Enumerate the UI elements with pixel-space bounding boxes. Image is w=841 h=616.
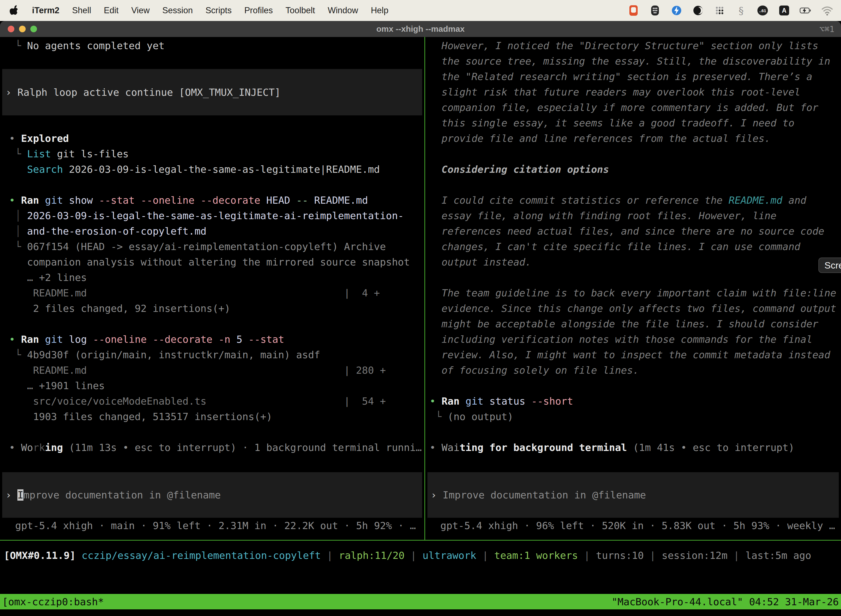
- terminal-line: changes, I can't cite specific file line…: [429, 239, 841, 254]
- terminal-line: of focusing solely on file lines.: [429, 363, 841, 378]
- left-pane[interactable]: › Ralph loop active continue [OMX_TMUX_I…: [0, 37, 424, 540]
- crescent-icon[interactable]: [692, 4, 705, 17]
- right-prompt-box[interactable]: › Improve documentation in @filename: [428, 472, 839, 518]
- menu-item-session[interactable]: Session: [162, 6, 193, 15]
- menu-item-view[interactable]: View: [131, 6, 150, 15]
- menu-item-profiles[interactable]: Profiles: [244, 6, 273, 15]
- badge-61-icon[interactable]: ..61: [756, 4, 769, 17]
- terminal-line: README.md | 280 +: [9, 363, 424, 378]
- terminal-line: • Ran git show --stat --oneline --decora…: [9, 193, 424, 208]
- terminal-line: companion file, especially if more comme…: [429, 100, 841, 115]
- badge-61-label: ..61: [757, 6, 768, 15]
- left-prompt-box[interactable]: › Improve documentation in @filename: [2, 472, 422, 518]
- terminal-line: [429, 177, 841, 193]
- terminal-line: └ List git ls-files: [9, 146, 424, 162]
- terminal-line: references need actual files, and since …: [429, 224, 841, 239]
- apple-menu[interactable]: [8, 4, 19, 16]
- terminal-line: • Explored: [9, 131, 424, 146]
- terminal-line: • Waiting for background terminal (1m 41…: [429, 440, 841, 455]
- apple-icon: [8, 4, 19, 16]
- terminal-line: [9, 177, 424, 193]
- terminal-line: └ (no output): [429, 409, 841, 424]
- terminal-line: └ 4b9d30f (origin/main, instructkr/main,…: [9, 347, 424, 363]
- menu-item-help[interactable]: Help: [371, 6, 388, 15]
- window-title: omx --xhigh --madmax: [0, 24, 841, 34]
- terminal-line: [9, 100, 424, 115]
- dots-grid-icon[interactable]: [713, 4, 726, 17]
- terminal-line: including verification notes with those …: [429, 332, 841, 347]
- keyboard-layout-icon[interactable]: A: [778, 4, 791, 17]
- terminal-line: [9, 316, 424, 332]
- terminal-line: └ 067f154 (HEAD -> essay/ai-reimplementa…: [9, 239, 424, 254]
- tmux-session-label[interactable]: [omx-cczip0:bash*: [0, 596, 104, 607]
- terminal-line: … +2 lines: [9, 270, 424, 285]
- terminal-line: [OMX#0.11.9] cczip/essay/ai-reimplementa…: [4, 548, 811, 563]
- terminal-line: [429, 378, 841, 393]
- terminal-line: [429, 424, 841, 440]
- text-cursor: I: [18, 489, 23, 501]
- menu-bar-status-icons: § ..61 A: [627, 4, 841, 17]
- terminal-area[interactable]: › Ralph loop active continue [OMX_TMUX_I…: [0, 37, 841, 609]
- menu-item-scripts[interactable]: Scripts: [205, 6, 232, 15]
- terminal-line: I could cite commit statistics or refere…: [429, 193, 841, 208]
- terminal-line: companion analysis without altering the …: [9, 254, 424, 270]
- right-model-status: gpt-5.4 xhigh · 96% left · 520K in · 5.8…: [440, 518, 835, 534]
- right-prompt-text: Improve documentation in @filename: [442, 489, 646, 501]
- terminal-line: Search 2026-03-09-is-legal-the-same-as-l…: [9, 162, 424, 177]
- screen-share-tooltip: Scre: [818, 258, 841, 273]
- left-pane-lines: └ No agents completed yet • Explored └ L…: [0, 38, 424, 455]
- terminal-line: review. Also, I might want to inspect th…: [429, 347, 841, 363]
- title-bar[interactable]: omx --xhigh --madmax ⌥⌘1: [0, 21, 841, 37]
- menu-item-iterm2[interactable]: iTerm2: [32, 6, 59, 15]
- terminal-line: • Ran git log --oneline --decorate -n 5 …: [9, 332, 424, 347]
- right-pane[interactable]: However, I noticed the "Directory Struct…: [425, 37, 841, 540]
- battery-icon[interactable]: [799, 4, 812, 17]
- terminal-line: [9, 54, 424, 69]
- terminal-line: [429, 270, 841, 285]
- menu-item-shell[interactable]: Shell: [72, 6, 91, 15]
- terminal-line: [9, 424, 424, 440]
- window-shortcut-hint: ⌥⌘1: [819, 24, 834, 34]
- left-prompt-line[interactable]: › Improve documentation in @filename: [2, 489, 221, 501]
- menu-bar-left: iTerm2 Shell Edit View Session Scripts P…: [0, 4, 388, 16]
- terminal-line: essay file, along with finding root file…: [429, 208, 841, 224]
- terminal-line: └ No agents completed yet: [9, 38, 424, 54]
- pane-border-bottom: [0, 540, 841, 541]
- terminal-line: • Ran git status --short: [429, 393, 841, 409]
- prompt-chevron-icon: ›: [6, 489, 18, 501]
- terminal-line: The team guideline is to back every impo…: [429, 285, 841, 301]
- terminal-line: 2 files changed, 92 insertions(+): [9, 301, 424, 316]
- terminal-line: might be acceptable alongside the file l…: [429, 316, 841, 332]
- wifi-icon[interactable]: [820, 4, 834, 17]
- menu-bar: iTerm2 Shell Edit View Session Scripts P…: [0, 0, 841, 21]
- terminal-line: [9, 84, 424, 100]
- terminal-line: 1903 files changed, 513517 insertions(+): [9, 409, 424, 424]
- terminal-line: │ 2026-03-09-is-legal-the-same-as-legiti…: [9, 208, 424, 224]
- left-model-status: gpt-5.4 xhigh · main · 91% left · 2.31M …: [15, 518, 416, 534]
- iterm-window: omx --xhigh --madmax ⌥⌘1 › Ralph loop ac…: [0, 21, 841, 609]
- squiggle-icon[interactable]: §: [734, 4, 748, 17]
- terminal-line: output instead.: [429, 254, 841, 270]
- terminal-line: src/voice/voiceModeEnabled.ts | 54 +: [9, 393, 424, 409]
- terminal-line: However, I noticed the "Directory Struct…: [429, 38, 841, 54]
- menu-item-edit[interactable]: Edit: [104, 6, 119, 15]
- prompt-chevron-icon: ›: [431, 489, 442, 501]
- tmux-host-time: "MacBook-Pro-44.local" 04:52 31-Mar-26: [611, 596, 841, 607]
- terminal-line: the "Related research writing" section i…: [429, 69, 841, 84]
- left-prompt-text: mprove documentation in @filename: [23, 489, 221, 501]
- terminal-line: this single essay, it seems like a good …: [429, 115, 841, 131]
- terminal-line: … +1901 lines: [9, 378, 424, 393]
- menu-item-toolbelt[interactable]: Toolbelt: [286, 6, 315, 15]
- bolt-badge-icon[interactable]: [670, 4, 683, 17]
- shield-grid-icon[interactable]: [648, 4, 662, 17]
- keyboard-layout-label: A: [779, 6, 789, 15]
- right-pane-lines: However, I noticed the "Directory Struct…: [425, 38, 841, 455]
- menu-item-window[interactable]: Window: [328, 6, 358, 15]
- right-prompt-line[interactable]: › Improve documentation in @filename: [428, 489, 646, 501]
- recording-indicator-icon[interactable]: [627, 4, 640, 17]
- terminal-line: │ and-the-erosion-of-copyleft.md: [9, 224, 424, 239]
- omx-status-bar: [OMX#0.11.9] cczip/essay/ai-reimplementa…: [4, 548, 811, 563]
- terminal-line: [9, 69, 424, 84]
- terminal-line: evidence. Since this change only affects…: [429, 301, 841, 316]
- terminal-line: [429, 146, 841, 162]
